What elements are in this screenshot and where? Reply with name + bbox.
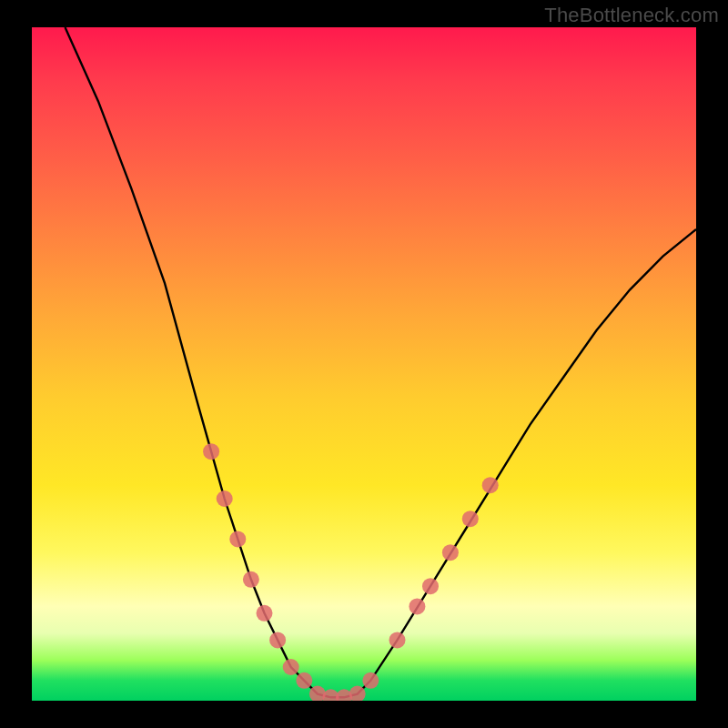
marker-dot (229, 531, 246, 547)
marker-dot (296, 672, 312, 689)
marker-dot (482, 477, 499, 493)
marker-dot (362, 672, 379, 689)
marker-dot (217, 490, 233, 507)
marker-dot (269, 632, 286, 648)
marker-dot (389, 632, 406, 648)
marker-dot (462, 511, 479, 527)
marker-dot (257, 605, 273, 622)
marker-dot (409, 598, 425, 614)
curve-path-group (66, 27, 697, 697)
marker-dot (442, 544, 459, 561)
curve-svg (32, 27, 696, 701)
plot-area (32, 27, 696, 701)
bottleneck-curve (66, 27, 697, 697)
marker-group (203, 443, 499, 701)
chart-frame: TheBottleneck.com (0, 0, 728, 728)
marker-dot (422, 578, 439, 594)
watermark-text: TheBottleneck.com (544, 4, 719, 27)
marker-dot (203, 443, 219, 460)
marker-dot (283, 659, 299, 675)
marker-dot (243, 571, 259, 588)
